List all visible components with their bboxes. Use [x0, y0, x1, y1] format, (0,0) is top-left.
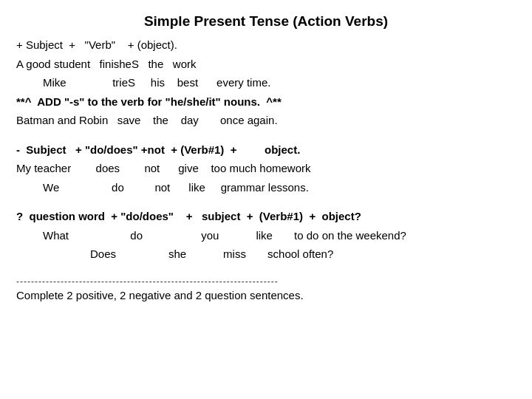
section1-line1: A good student finisheS the work [16, 55, 516, 74]
section2-line2: We do not like grammar lessons. [16, 178, 516, 197]
section2-header: - Subject + "do/does" +not + (Verb#1) + … [16, 140, 516, 160]
divider-line: ----------------------------------------… [16, 274, 516, 289]
page-container: Simple Present Tense (Action Verbs) + Su… [16, 13, 516, 301]
section1-line3: Batman and Robin save the day once again… [16, 111, 516, 130]
section3-line1: What do you like to do on the weekend? [16, 226, 516, 245]
section-positive: + Subject + "Verb" + (object). A good st… [16, 35, 516, 130]
page-title: Simple Present Tense (Action Verbs) [16, 13, 516, 30]
section-negative: - Subject + "do/does" +not + (Verb#1) + … [16, 140, 516, 197]
section3-header: ? question word + "do/does" + subject + … [16, 207, 516, 226]
section1-line2: Mike trieS his best every time. [16, 73, 516, 92]
section3-line2: Does she miss school often? [16, 245, 516, 264]
section2-line1: My teacher does not give too much homewo… [16, 159, 516, 178]
section-question: ? question word + "do/does" + subject + … [16, 207, 516, 264]
section1-note: **^ ADD "-s" to the verb for "he/she/it"… [16, 92, 516, 112]
footer-text: Complete 2 positive, 2 negative and 2 qu… [16, 289, 516, 301]
section1-header: + Subject + "Verb" + (object). [16, 35, 516, 55]
